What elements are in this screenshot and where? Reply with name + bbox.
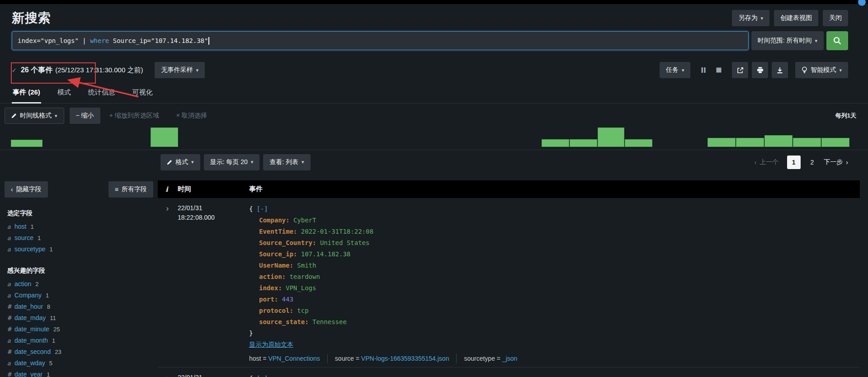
hide-fields-button[interactable]: ‹ 隐藏字段	[5, 181, 48, 198]
view-mode-button[interactable]: 查看: 列表 ▾	[263, 154, 310, 170]
timeline-bar[interactable]	[793, 138, 821, 147]
timeline-bar[interactable]	[821, 138, 849, 147]
timeline-bar[interactable]	[11, 140, 42, 147]
next-page-button[interactable]: 下一步 ›	[824, 158, 848, 166]
caret-down-icon: ▾	[251, 160, 254, 165]
timeline-bar[interactable]	[764, 135, 793, 147]
results-tabs: 事件 (26) 模式 统计信息 可视化	[0, 85, 868, 104]
field-type-icon: a	[7, 221, 14, 232]
meta-host: host VPN_Connections	[249, 354, 327, 363]
field-item-company[interactable]: a Company 1	[5, 290, 158, 301]
search-mode-button[interactable]: 智能模式 ▾	[795, 62, 848, 78]
all-fields-button[interactable]: ≡ 所有字段	[108, 181, 153, 198]
page-2-button[interactable]: 2	[809, 159, 816, 166]
prev-page-button: ‹ 上一个	[755, 158, 779, 166]
timeline-bar[interactable]	[570, 139, 597, 147]
timeline-bar[interactable]	[736, 138, 764, 147]
print-button[interactable]	[752, 62, 768, 78]
fields-sidebar-buttons: ‹ 隐藏字段 ≡ 所有字段	[5, 181, 158, 198]
field-item-date-hour[interactable]: # date_hour 8	[5, 301, 158, 312]
job-menu-button[interactable]: 任务 ▾	[660, 62, 691, 78]
field-item-date-year[interactable]: # date_year 1	[5, 369, 158, 377]
tab-statistics[interactable]: 统计信息	[87, 85, 116, 103]
field-type-icon: a	[7, 290, 14, 301]
event-row: › 22/01/31 {[-]	[158, 368, 860, 377]
timeline-histogram[interactable]	[0, 126, 868, 147]
time-range-picker-button[interactable]: 时间范围: 所有时间 ▾	[751, 31, 824, 50]
caret-down-icon: ▾	[55, 113, 57, 118]
json-field: Source_CountryUnited States	[249, 237, 860, 249]
field-type-icon: #	[7, 369, 14, 377]
json-close-line: }	[249, 328, 860, 339]
search-query-input[interactable]: index="vpn_logs" | where Source_ip="107.…	[12, 31, 749, 50]
show-raw-text-link[interactable]: 显示为原始文本	[249, 341, 293, 348]
timeline-bar[interactable]	[542, 139, 569, 147]
info-column-header: i	[158, 185, 178, 193]
chevron-left-icon: ‹	[11, 186, 13, 193]
json-collapse-toggle[interactable]: [-]	[256, 205, 268, 212]
timeline-format-button[interactable]: 时间线格式 ▾	[5, 108, 64, 124]
zoom-to-selection-button: + 缩放到所选区域	[109, 112, 159, 120]
timeline-bar[interactable]	[625, 139, 652, 147]
print-icon	[757, 67, 764, 73]
field-item-date-minute[interactable]: # date_minute 25	[5, 324, 158, 335]
stop-button[interactable]	[713, 63, 725, 77]
field-type-icon: a	[7, 244, 14, 255]
field-item-host[interactable]: a host 1	[5, 221, 158, 232]
save-as-button[interactable]: 另存为 ▾	[732, 10, 769, 26]
field-type-icon: #	[7, 312, 14, 324]
download-icon	[777, 67, 783, 74]
caret-down-icon: ▾	[839, 68, 842, 73]
pencil-icon	[167, 160, 172, 165]
row-expand-icon[interactable]: ›	[158, 203, 178, 363]
caret-down-icon: ▾	[191, 160, 194, 165]
events-table-header: i 时间 事件	[158, 180, 860, 198]
export-button[interactable]	[772, 62, 788, 78]
field-item-action[interactable]: a action 2	[5, 278, 158, 290]
page-1-button[interactable]: 1	[787, 156, 801, 169]
timeline-bar[interactable]	[708, 138, 736, 147]
create-table-view-button[interactable]: 创建表视图	[774, 10, 818, 26]
pause-icon	[701, 67, 706, 73]
timeline-controls: 时间线格式 ▾ − 缩小 + 缩放到所选区域 × 取消选择 每列1天	[5, 107, 856, 124]
field-item-date-mday[interactable]: # date_mday 11	[5, 312, 158, 324]
tab-visualization[interactable]: 可视化	[132, 85, 154, 103]
tab-events[interactable]: 事件 (26)	[12, 85, 41, 104]
share-button[interactable]	[732, 62, 748, 78]
list-icon: ≡	[115, 186, 118, 193]
event-json-cell: {[-] CompanyCyberT EventTime2022-01-31T1…	[246, 203, 860, 363]
json-open-line: {[-]	[249, 373, 860, 377]
json-field: port443	[249, 294, 860, 305]
field-item-sourcetype[interactable]: a sourcetype 1	[5, 244, 158, 255]
event-time-cell: 22/01/31	[178, 373, 246, 377]
format-button[interactable]: 格式 ▾	[160, 154, 200, 170]
event-meta-row: host VPN_Connections source VPN-logs-166…	[249, 354, 860, 363]
timeline-bar[interactable]	[598, 127, 624, 147]
search-button[interactable]	[826, 31, 848, 50]
field-item-date-wday[interactable]: a date_wday 5	[5, 358, 158, 369]
close-button[interactable]: 关闭	[823, 10, 848, 26]
stop-icon	[716, 67, 722, 73]
zoom-out-button[interactable]: − 缩小	[70, 108, 100, 124]
field-item-source[interactable]: a source 1	[5, 232, 158, 244]
caret-down-icon: ▾	[815, 38, 817, 43]
field-type-icon: #	[7, 346, 14, 358]
field-item-date-month[interactable]: a date_month 1	[5, 335, 158, 346]
json-field: protocoltcp	[249, 305, 860, 316]
event-time-cell: 22/01/31 18:22:08.000	[178, 203, 246, 363]
event-column-header: 事件	[246, 185, 860, 193]
row-expand-icon[interactable]: ›	[158, 373, 178, 377]
json-open-line: {[-]	[249, 203, 860, 215]
pause-button[interactable]	[698, 63, 709, 77]
results-main: ‹ 隐藏字段 ≡ 所有字段 选定字段 a host 1 a source 1 a…	[0, 180, 868, 377]
meta-sourcetype: sourcetype _json	[456, 354, 524, 363]
field-type-icon: a	[7, 278, 14, 290]
magnifier-icon	[833, 36, 842, 45]
per-page-button[interactable]: 显示: 每页 20 ▾	[204, 154, 260, 170]
json-collapse-toggle[interactable]: [-]	[256, 375, 268, 377]
field-type-icon: a	[7, 232, 14, 244]
field-item-date-second[interactable]: # date_second 23	[5, 346, 158, 358]
tab-patterns[interactable]: 模式	[57, 85, 72, 103]
event-sampling-button[interactable]: 无事件采样 ▾	[155, 62, 205, 78]
timeline-bar[interactable]	[151, 127, 178, 147]
